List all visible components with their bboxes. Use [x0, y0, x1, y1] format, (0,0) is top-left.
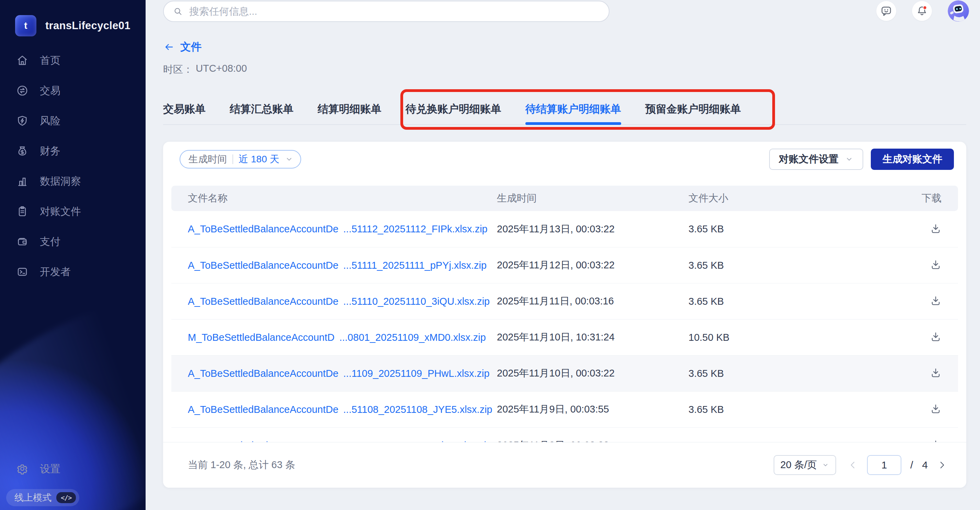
generated-time-filter[interactable]: 生成时间 近 180 天 — [180, 150, 301, 168]
column-generated-time: 生成时间 — [497, 192, 689, 205]
file-link[interactable]: M_ToBeSettledBalanceAccountD ...0801_202… — [188, 332, 497, 343]
sidebar-item-label: 财务 — [40, 144, 60, 158]
reconciliation-settings-button[interactable]: 对账文件设置 — [769, 149, 863, 170]
sidebar-item[interactable]: 财务 — [0, 136, 146, 166]
download-button[interactable] — [930, 439, 942, 442]
pagination-controls: 20 条/页 / 4 — [774, 455, 947, 475]
sidebar-item-label: 数据洞察 — [40, 174, 81, 188]
file-name-left: A_ToBeSettledBalanceAccountDe — [188, 368, 339, 379]
feedback-button[interactable] — [876, 1, 896, 21]
sidebar-item[interactable]: 首页 — [0, 45, 146, 76]
content-card: 生成时间 近 180 天 对账文件设置 生成对账文件 文件名称 生成时间 文件大… — [163, 142, 966, 488]
table-row: A_ToBeSettledBalanceAccountDe ...51111_2… — [171, 247, 958, 283]
file-name-right: ...51111_20251111_pPYj.xlsx.zip — [344, 260, 487, 271]
download-button[interactable] — [930, 367, 942, 378]
sidebar-item[interactable]: 风险 — [0, 106, 146, 136]
sidebar-item[interactable]: 数据洞察 — [0, 166, 146, 196]
next-page-button[interactable] — [937, 460, 947, 470]
workspace[interactable]: t transLifecycle01 — [15, 15, 130, 37]
download-button[interactable] — [930, 259, 942, 270]
filter-divider — [232, 154, 233, 164]
file-link[interactable]: A_ToBeSettledBalanceAccountDe ...1109_20… — [188, 368, 497, 379]
download-icon — [930, 259, 942, 270]
timezone-label: 时区： — [163, 63, 193, 76]
file-generated-time: 2025年11月8日, 00:03:22 — [497, 439, 689, 442]
file-size: 3.65 KB — [689, 368, 894, 379]
workspace-logo-letter: t — [24, 20, 27, 31]
breadcrumb: 文件 — [163, 40, 202, 54]
notifications-button[interactable] — [912, 1, 932, 21]
download-button[interactable] — [930, 295, 942, 307]
file-name-right: ...51108_20251108_JYE5.xlsx.zip — [344, 404, 492, 415]
file-generated-time: 2025年11月12日, 00:03:22 — [497, 259, 689, 272]
file-size: 3.65 KB — [689, 260, 894, 271]
code-icon: </> — [56, 492, 76, 503]
file-generated-time: 2025年11月11日, 00:03:16 — [497, 294, 689, 308]
sidebar-item[interactable]: 支付 — [0, 227, 146, 257]
chevron-down-icon — [822, 461, 829, 469]
search-input[interactable] — [189, 5, 600, 17]
wallet-icon — [16, 235, 29, 248]
download-icon — [930, 295, 942, 307]
page-size-select[interactable]: 20 条/页 — [774, 455, 836, 475]
bell-icon — [916, 5, 928, 17]
main-content: 文件 时区： UTC+08:00 交易账单 结算汇总账单 结算明细账单 待兑换账… — [146, 0, 980, 510]
sidebar-item[interactable]: 交易 — [0, 76, 146, 106]
download-icon — [930, 331, 942, 343]
sidebar-item[interactable]: 对账文件 — [0, 196, 146, 227]
file-link[interactable]: A_ToBeSettledBalanceAccountDe ...51111_2… — [188, 260, 497, 271]
tab[interactable]: 待结算账户明细账单 — [525, 103, 621, 124]
file-size: 3.65 KB — [689, 404, 894, 415]
back-arrow-icon[interactable] — [163, 41, 175, 53]
tabs: 交易账单 结算汇总账单 结算明细账单 待兑换账户明细账单 待结算账户明细账单 预… — [163, 103, 966, 125]
chevron-left-icon — [848, 460, 858, 470]
column-file-size: 文件大小 — [689, 192, 894, 205]
avatar[interactable] — [948, 0, 969, 22]
table-body: A_ToBeSettledBalanceAccountDe ...51112_2… — [171, 211, 958, 442]
tab[interactable]: 结算汇总账单 — [230, 103, 294, 124]
mode-toggle[interactable]: 线上模式 </> — [6, 489, 79, 506]
current-page-input[interactable] — [867, 455, 901, 475]
table-row: M_ToBeSettledBalanceAccountD ...0801_202… — [171, 319, 958, 355]
timezone-value: UTC+08:00 — [196, 63, 247, 76]
table-header: 文件名称 生成时间 文件大小 下载 — [171, 186, 958, 211]
tab[interactable]: 待兑换账户明细账单 — [406, 103, 501, 124]
column-file-name: 文件名称 — [188, 192, 497, 205]
download-button[interactable] — [930, 223, 942, 234]
tab-label: 预留金账户明细账单 — [645, 103, 741, 115]
tab[interactable]: 结算明细账单 — [318, 103, 382, 124]
file-name-right: ...51112_20251112_FIPk.xlsx.zip — [344, 223, 488, 235]
back-link[interactable]: 文件 — [180, 40, 202, 54]
file-link[interactable]: A_ToBeSettledBalanceAccountDe ...51112_2… — [188, 223, 497, 235]
download-button[interactable] — [930, 403, 942, 415]
files-table: 文件名称 生成时间 文件大小 下载 A_ToBeSettledBalanceAc… — [171, 186, 958, 442]
chevron-down-icon — [285, 155, 294, 164]
file-link[interactable]: A_ToBeSettledBalanceAccountDe ...51110_2… — [188, 296, 497, 307]
file-generated-time: 2025年11月10日, 00:03:22 — [497, 367, 689, 380]
file-name-right: ...1109_20251109_PHwL.xlsx.zip — [344, 368, 490, 379]
search-bar — [163, 1, 609, 22]
sidebar-item[interactable]: 开发者 — [0, 257, 146, 287]
generate-file-button[interactable]: 生成对账文件 — [871, 149, 954, 170]
file-name-left: A_ToBeSettledBalanceAccountDe — [188, 260, 339, 271]
download-icon — [930, 403, 942, 415]
sidebar-item-label: 首页 — [40, 54, 60, 68]
file-generated-time: 2025年11月9日, 00:03:55 — [497, 403, 689, 416]
file-name-right: ...51110_20251110_3iQU.xlsx.zip — [344, 296, 490, 307]
sidebar-item-label: 支付 — [40, 235, 60, 249]
tab[interactable]: 交易账单 — [163, 103, 206, 124]
toolbar-right: 对账文件设置 生成对账文件 — [769, 149, 954, 170]
download-button[interactable] — [930, 331, 942, 343]
table-row: A_ToBeSettledBalanceAccountDe ...51110_2… — [171, 283, 958, 319]
robot-avatar-icon — [948, 0, 969, 22]
sidebar-item-settings[interactable]: 设置 — [0, 454, 146, 484]
finance-icon — [16, 145, 29, 157]
tab[interactable]: 预留金账户明细账单 — [645, 103, 741, 124]
sidebar-item-label: 风险 — [40, 114, 60, 128]
sidebar-item-label: 开发者 — [40, 265, 71, 279]
previous-page-button[interactable] — [848, 460, 858, 470]
chevron-right-icon — [937, 460, 947, 470]
filter-label: 生成时间 — [189, 153, 227, 166]
file-link[interactable]: A_ToBeSettledBalanceAccountDe ...51108_2… — [188, 404, 497, 415]
home-icon — [16, 54, 29, 67]
